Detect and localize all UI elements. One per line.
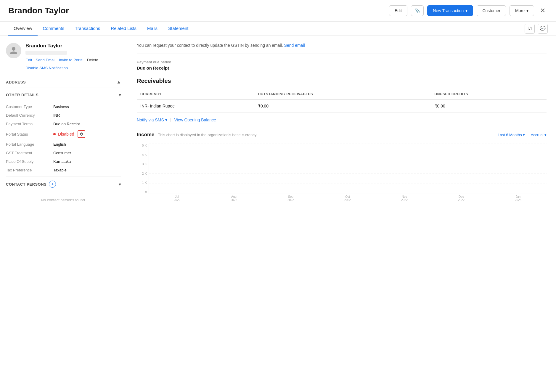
address-section-header[interactable]: ADDRESS ▲ bbox=[6, 75, 121, 88]
paperclip-icon: 📎 bbox=[415, 8, 420, 13]
new-transaction-button[interactable]: New Transaction ▾ bbox=[427, 5, 473, 16]
portal-status-value: Disabled bbox=[58, 132, 74, 136]
col-outstanding: OUTSTANDING RECEIVABLES bbox=[254, 89, 431, 99]
chart-y-axis: 5 K 4 K 3 K 2 K 1 K 0 bbox=[137, 144, 149, 194]
portal-status: Disabled bbox=[53, 130, 85, 138]
cell-currency: INR- Indian Rupee bbox=[137, 99, 254, 113]
detail-row-place-of-supply: Place Of Supply Karnataka bbox=[6, 157, 121, 166]
income-type-dropdown[interactable]: Accrual ▾ bbox=[531, 133, 547, 137]
no-contact-message: No contact persons found. bbox=[6, 191, 121, 209]
page-container: Brandon Taylor Edit 📎 New Transaction ▾ … bbox=[0, 0, 556, 392]
income-chart: 5 K 4 K 3 K 2 K 1 K 0 bbox=[137, 144, 547, 203]
chevron-down-icon: ▾ bbox=[465, 8, 467, 13]
profile-invite-portal-link[interactable]: Invite to Portal bbox=[59, 58, 83, 62]
detail-row-portal-status: Portal Status Disabled bbox=[6, 128, 121, 140]
edit-button[interactable]: Edit bbox=[389, 5, 407, 16]
tab-overview[interactable]: Overview bbox=[8, 22, 38, 36]
header: Brandon Taylor Edit 📎 New Transaction ▾ … bbox=[0, 0, 556, 22]
customer-button[interactable]: Customer bbox=[477, 5, 506, 16]
income-controls: Last 6 Months ▾ Accrual ▾ bbox=[498, 133, 547, 137]
chevron-up-icon: ▲ bbox=[116, 79, 121, 85]
paperclip-button[interactable]: 📎 bbox=[411, 5, 424, 16]
profile-edit-link[interactable]: Edit bbox=[25, 58, 32, 62]
profile-info: Brandon Taylor Edit Send Email Invite to… bbox=[25, 43, 121, 70]
add-contact-button[interactable]: + bbox=[49, 181, 56, 188]
gear-icon bbox=[79, 132, 83, 136]
col-unused: UNUSED CREDITS bbox=[431, 89, 547, 99]
right-content: You can request your contact to directly… bbox=[127, 36, 556, 392]
cell-unused: ₹0.00 bbox=[431, 99, 547, 113]
profile-delete-link[interactable]: Delete bbox=[87, 58, 98, 62]
detail-row-payment-terms: Payment Terms Due on Receipt bbox=[6, 120, 121, 128]
receivables-section: Receivables CURRENCY OUTSTANDING RECEIVA… bbox=[137, 78, 547, 122]
profile-section: Brandon Taylor Edit Send Email Invite to… bbox=[6, 43, 121, 70]
detail-row-gst-treatment: GST Treatment Consumer bbox=[6, 149, 121, 157]
tabs-right-actions: ☑ 💬 bbox=[525, 24, 548, 34]
cell-outstanding: ₹0.00 bbox=[254, 99, 431, 113]
tab-related-lists[interactable]: Related Lists bbox=[105, 22, 142, 36]
chevron-down-icon-contacts: ▾ bbox=[119, 181, 121, 187]
other-details-table: Customer Type Business Default Currency … bbox=[6, 101, 121, 176]
income-header: Income This chart is displayed in the or… bbox=[137, 132, 547, 138]
chevron-down-icon: ▾ bbox=[523, 133, 525, 137]
portal-settings-button[interactable] bbox=[78, 130, 85, 138]
contact-persons-section-header: CONTACT PERSONS + ▾ bbox=[6, 176, 121, 191]
gstin-notice: You can request your contact to directly… bbox=[137, 43, 547, 54]
avatar bbox=[6, 43, 21, 58]
tabs-bar: Overview Comments Transactions Related L… bbox=[0, 22, 556, 36]
contact-name: Brandon Taylor bbox=[25, 43, 121, 49]
tab-statement[interactable]: Statement bbox=[163, 22, 194, 36]
col-currency: CURRENCY bbox=[137, 89, 254, 99]
sidebar: Brandon Taylor Edit Send Email Invite to… bbox=[0, 36, 127, 392]
close-button[interactable]: ✕ bbox=[538, 6, 548, 16]
detail-row-tax-preference: Tax Preference Taxable bbox=[6, 166, 121, 174]
detail-row-customer-type: Customer Type Business bbox=[6, 102, 121, 111]
status-dot bbox=[53, 133, 56, 135]
detail-row-portal-language: Portal Language English bbox=[6, 140, 121, 149]
page-title: Brandon Taylor bbox=[8, 6, 385, 15]
chevron-down-icon: ▾ bbox=[165, 118, 167, 122]
table-row: INR- Indian Rupee ₹0.00 ₹0.00 bbox=[137, 99, 547, 113]
profile-id-placeholder bbox=[25, 51, 67, 55]
tab-comments[interactable]: Comments bbox=[38, 22, 70, 36]
main-content: Brandon Taylor Edit Send Email Invite to… bbox=[0, 36, 556, 392]
income-section: Income This chart is displayed in the or… bbox=[137, 132, 547, 203]
receivables-actions: Notify via SMS ▾ | View Opening Balance bbox=[137, 118, 547, 122]
chevron-down-icon: ▾ bbox=[526, 8, 528, 13]
profile-disable-sms-link[interactable]: Disable SMS Notification bbox=[25, 66, 68, 70]
payment-due-section: Payment due period Due on Receipt bbox=[137, 60, 547, 70]
detail-row-currency: Default Currency INR bbox=[6, 111, 121, 120]
other-details-section-header[interactable]: OTHER DETAILS ▾ bbox=[6, 88, 121, 101]
chevron-down-icon: ▾ bbox=[544, 133, 547, 137]
contact-persons-left: CONTACT PERSONS + bbox=[6, 181, 56, 188]
profile-send-email-link[interactable]: Send Email bbox=[36, 58, 55, 62]
chat-icon-button[interactable]: 💬 bbox=[538, 24, 548, 34]
notify-sms-button[interactable]: Notify via SMS ▾ bbox=[137, 118, 167, 122]
view-opening-balance-link[interactable]: View Opening Balance bbox=[174, 118, 216, 122]
receivables-table: CURRENCY OUTSTANDING RECEIVABLES UNUSED … bbox=[137, 89, 547, 113]
chart-x-axis: Jul2022 Aug2022 Sep2022 Oct2022 Nov2022 … bbox=[149, 194, 547, 203]
user-icon bbox=[9, 46, 18, 55]
chart-gridlines bbox=[149, 144, 547, 194]
more-button[interactable]: More ▾ bbox=[510, 5, 534, 16]
tab-mails[interactable]: Mails bbox=[142, 22, 163, 36]
chart-plot-area bbox=[149, 144, 547, 194]
checklist-icon-button[interactable]: ☑ bbox=[525, 24, 535, 34]
profile-actions: Edit Send Email Invite to Portal Delete … bbox=[25, 58, 121, 70]
chevron-down-icon: ▾ bbox=[119, 92, 121, 98]
tab-transactions[interactable]: Transactions bbox=[70, 22, 105, 36]
income-period-dropdown[interactable]: Last 6 Months ▾ bbox=[498, 133, 525, 137]
send-email-link[interactable]: Send email bbox=[284, 43, 305, 48]
